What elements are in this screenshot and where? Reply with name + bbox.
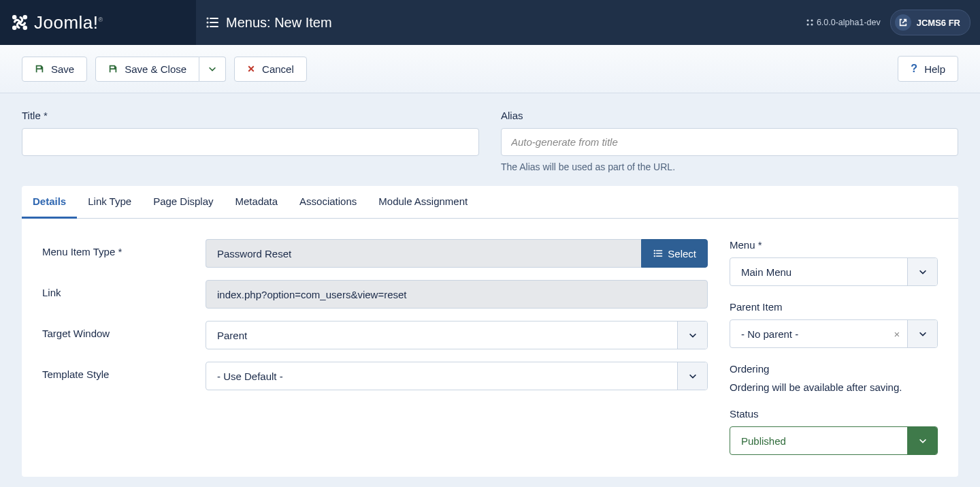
title-alias-row: Title * Alias The Alias will be used as … (22, 110, 958, 172)
tab-content-details: Menu Item Type * Password Reset Select (22, 219, 958, 477)
svg-point-10 (806, 20, 808, 22)
svg-point-12 (806, 24, 808, 26)
ordering-label: Ordering (730, 363, 938, 375)
tab-metadata[interactable]: Metadata (225, 186, 289, 219)
topbar: Joomla!® Menus: New Item 6.0.0-alpha1-de… (0, 0, 980, 45)
menu-item-type-label: Menu Item Type * (42, 239, 206, 257)
page-title-bar: Menus: New Item (196, 0, 796, 45)
svg-point-7 (208, 18, 208, 19)
ordering-text: Ordering will be available after saving. (730, 381, 938, 393)
tabs: Details Link Type Page Display Metadata … (22, 186, 958, 219)
tab-page-display[interactable]: Page Display (142, 186, 224, 219)
parent-field: Parent Item - No parent - × (730, 301, 938, 348)
save-close-group: Save & Close (95, 57, 226, 82)
details-main: Menu Item Type * Password Reset Select (42, 239, 708, 470)
help-label: Help (924, 63, 945, 75)
link-row: Link index.php?option=com_users&view=res… (42, 280, 708, 309)
content: Title * Alias The Alias will be used as … (0, 93, 980, 487)
alias-col: Alias The Alias will be used as part of … (501, 110, 958, 172)
clear-icon[interactable]: × (887, 320, 907, 347)
alias-help: The Alias will be used as part of the UR… (501, 161, 958, 172)
select-label: Select (668, 248, 696, 260)
tab-associations[interactable]: Associations (289, 186, 368, 219)
template-style-row: Template Style - Use Default - (42, 362, 708, 390)
tab-module-assignment[interactable]: Module Assignment (368, 186, 478, 219)
parent-select[interactable]: - No parent - × (730, 319, 938, 348)
details-sidebar: Menu * Main Menu Parent Item - No parent… (730, 239, 938, 470)
chevron-down-icon (907, 427, 937, 454)
svg-point-1 (23, 15, 28, 20)
save-close-label: Save & Close (125, 63, 186, 75)
title-col: Title * (22, 110, 479, 172)
template-style-value: - Use Default - (206, 362, 677, 390)
target-window-value: Parent (206, 321, 677, 349)
menu-select[interactable]: Main Menu (730, 257, 938, 286)
chevron-down-icon (907, 258, 937, 285)
svg-point-13 (811, 24, 813, 26)
svg-point-17 (655, 251, 655, 251)
parent-label: Parent Item (730, 301, 938, 313)
menu-field: Menu * Main Menu (730, 239, 938, 286)
list-icon (206, 16, 219, 29)
select-type-button[interactable]: Select (641, 239, 708, 268)
chevron-down-icon (208, 64, 217, 74)
ordering-field: Ordering Ordering will be available afte… (730, 363, 938, 393)
template-style-label: Template Style (42, 362, 206, 380)
version-text: 6.0.0-alpha1-dev (817, 18, 881, 27)
external-link-icon (895, 14, 911, 31)
version-badge: 6.0.0-alpha1-dev (806, 18, 881, 27)
menu-item-type-value: Password Reset (206, 239, 641, 268)
save-icon (108, 64, 118, 74)
target-window-select[interactable]: Parent (206, 321, 708, 349)
chevron-down-icon (677, 362, 707, 390)
save-dropdown-button[interactable] (199, 57, 226, 82)
target-window-row: Target Window Parent (42, 321, 708, 349)
brand-name: Joomla!® (34, 12, 103, 33)
alias-input[interactable] (501, 128, 958, 156)
site-badge[interactable]: JCMS6 FR (890, 10, 970, 35)
template-style-select[interactable]: - Use Default - (206, 362, 708, 390)
page-title: Menus: New Item (226, 15, 332, 31)
cancel-label: Cancel (262, 63, 294, 75)
link-value: index.php?option=com_users&view=reset (206, 280, 708, 309)
svg-point-11 (811, 20, 813, 22)
topbar-right: 6.0.0-alpha1-dev JCMS6 FR (796, 0, 980, 45)
menu-label: Menu * (730, 239, 938, 251)
brand[interactable]: Joomla!® (0, 0, 196, 45)
cancel-button[interactable]: Cancel (234, 57, 307, 82)
joomla-logo-icon (11, 14, 29, 31)
tab-details[interactable]: Details (22, 186, 77, 219)
save-button[interactable]: Save (22, 57, 87, 82)
help-button[interactable]: ? Help (898, 56, 958, 82)
menu-item-type-row: Menu Item Type * Password Reset Select (42, 239, 708, 268)
title-label: Title * (22, 110, 479, 121)
svg-point-2 (12, 26, 17, 31)
site-name: JCMS6 FR (917, 18, 960, 28)
parent-value: - No parent - (730, 320, 887, 347)
chevron-down-icon (907, 320, 937, 347)
status-select[interactable]: Published (730, 426, 938, 455)
title-input[interactable] (22, 128, 479, 156)
toolbar: Save Save & Close Cancel ? Help (0, 45, 980, 93)
target-window-label: Target Window (42, 321, 206, 339)
svg-point-9 (208, 27, 208, 27)
svg-point-19 (655, 256, 655, 257)
svg-point-18 (655, 253, 655, 254)
list-icon (653, 248, 664, 259)
joomla-small-icon (806, 18, 814, 27)
status-label: Status (730, 408, 938, 420)
help-icon: ? (911, 63, 917, 75)
svg-point-0 (12, 15, 17, 20)
save-close-button[interactable]: Save & Close (95, 57, 199, 82)
save-label: Save (51, 63, 74, 75)
chevron-down-icon (677, 321, 707, 349)
status-field: Status Published (730, 408, 938, 455)
alias-label: Alias (501, 110, 958, 121)
tab-link-type[interactable]: Link Type (77, 186, 142, 219)
menu-value: Main Menu (730, 258, 907, 285)
svg-point-8 (208, 22, 208, 23)
svg-point-3 (23, 26, 28, 31)
save-icon (35, 64, 44, 74)
link-label: Link (42, 280, 206, 298)
status-value: Published (730, 427, 907, 454)
